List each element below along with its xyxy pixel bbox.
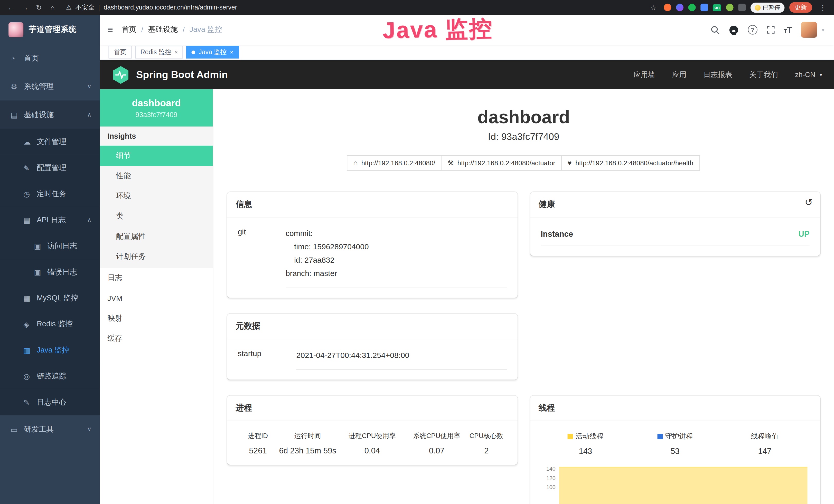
side-item-jvm[interactable]: JVM (100, 288, 213, 308)
hamburger-icon[interactable]: ≡ (107, 24, 113, 35)
browser-menu-icon[interactable]: ⋮ (817, 3, 829, 11)
side-item-config-props[interactable]: 配置属性 (100, 226, 213, 247)
viewport: ← → ↻ ⌂ ⚠ 不安全 | dashboard.yudao.iocoder.… (0, 0, 834, 504)
avatar-caret-icon[interactable]: ▾ (822, 27, 824, 33)
tab-bar: 首页 Redis 监控 × Java 监控 × (100, 45, 834, 60)
update-button[interactable]: 更新 (789, 2, 812, 13)
extension-color-icon[interactable] (676, 4, 683, 11)
health-row[interactable]: Instance UP (541, 227, 810, 247)
search-icon[interactable] (710, 25, 720, 34)
cards-grid: 信息 git commit: time: 1596289704000 id: 2… (213, 192, 834, 504)
home-icon: ⌂ (353, 159, 357, 167)
sidebar-item-home[interactable]: ◔ 首页 (0, 44, 100, 72)
fullscreen-icon[interactable] (766, 25, 775, 34)
help-icon[interactable]: ? (748, 25, 757, 35)
paused-badge[interactable]: 已暂停 (750, 2, 785, 12)
breadcrumb-current: Java 监控 (190, 25, 222, 35)
sidebar-item-tracing[interactable]: ◎ 链路追踪 (0, 363, 100, 389)
sidebar-item-api-logs[interactable]: ▤ API 日志 ∧ (0, 207, 100, 233)
breadcrumb-infrastructure[interactable]: 基础设施 (148, 25, 178, 35)
sba-nav-applications[interactable]: 应用 (672, 70, 686, 79)
chevron-down-icon[interactable]: ▾ (820, 72, 822, 78)
extension-puzzle-icon[interactable] (738, 4, 746, 11)
sidebar-item-java-monitor[interactable]: ▥ Java 监控 (0, 337, 100, 363)
metadata-card-title: 元数据 (227, 314, 517, 339)
sidebar-item-dev-tools[interactable]: ▭ 研发工具 ∨ (0, 415, 100, 443)
app-logo: 芋道管理系统 (0, 15, 100, 44)
sidebar-item-log-center[interactable]: ✎ 日志中心 (0, 389, 100, 415)
side-item-environment[interactable]: 环境 (100, 186, 213, 206)
legend-live-threads: 活动线程 143 (541, 432, 630, 456)
extension-on-badge[interactable]: on (713, 4, 721, 11)
sidebar-item-redis-monitor[interactable]: ◈ Redis 监控 (0, 311, 100, 337)
close-icon[interactable]: × (230, 49, 233, 55)
home-icon[interactable]: ⌂ (47, 3, 59, 11)
user-avatar[interactable] (801, 22, 817, 38)
bookmark-star-icon[interactable]: ☆ (648, 3, 659, 11)
chevron-down-icon: ∨ (87, 83, 91, 90)
reload-icon[interactable]: ↻ (33, 3, 45, 11)
service-url-link[interactable]: ⌂ http://192.168.0.2:48080/ (347, 155, 441, 171)
sba-nav-journal[interactable]: 日志报表 (704, 70, 732, 79)
tab-redis-monitor[interactable]: Redis 监控 × (135, 46, 183, 59)
sidebar-item-config-mgmt[interactable]: ✎ 配置管理 (0, 155, 100, 181)
extension-green-icon[interactable] (688, 4, 696, 11)
sba-brand[interactable]: Spring Boot Admin (136, 69, 228, 81)
sidebar-item-file-mgmt[interactable]: ☁ 文件管理 (0, 129, 100, 155)
tab-java-monitor[interactable]: Java 监控 × (186, 46, 239, 59)
side-item-classes[interactable]: 类 (100, 206, 213, 226)
sba-nav-wallboard[interactable]: 应用墙 (634, 70, 655, 79)
sidebar-item-infrastructure[interactable]: ▤ 基础设施 ∧ (0, 100, 100, 129)
redis-icon: ◈ (23, 320, 37, 328)
extension-leaf-icon[interactable] (726, 4, 733, 11)
extension-grid-icon[interactable] (701, 4, 708, 11)
gear-icon: ⚙ (10, 82, 24, 91)
sba-instance-sidebar: dashboard 93a3fc7f7409 Insights 细节 性能 环境… (100, 89, 213, 504)
side-item-details[interactable]: 细节 (100, 145, 213, 166)
threads-chart-plot (559, 465, 807, 504)
app-title: 芋道管理系统 (29, 24, 76, 35)
extension-fox-icon[interactable] (664, 4, 672, 11)
browser-toolbar: ← → ↻ ⌂ ⚠ 不安全 | dashboard.yudao.iocoder.… (0, 0, 834, 15)
sidebar-item-scheduled-jobs[interactable]: ◷ 定时任务 (0, 181, 100, 207)
github-icon[interactable] (728, 25, 739, 35)
instance-name: dashboard (132, 97, 181, 109)
legend-swatch-yellow (568, 434, 573, 439)
breadcrumb-home[interactable]: 首页 (122, 25, 136, 35)
instance-header[interactable]: dashboard 93a3fc7f7409 (100, 89, 213, 127)
metadata-key: startup (238, 349, 297, 370)
side-item-metrics[interactable]: 性能 (100, 166, 213, 186)
side-item-logs[interactable]: 日志 (100, 268, 213, 288)
instance-links: ⌂ http://192.168.0.2:48080/ ⚒ http://192… (213, 155, 834, 171)
back-icon[interactable]: ← (5, 3, 17, 11)
chevron-down-icon: ∨ (87, 426, 91, 433)
address-bar[interactable]: ⚠ 不安全 | dashboard.yudao.iocoder.cn/infra… (66, 3, 645, 12)
close-icon[interactable]: × (174, 49, 178, 55)
forward-icon[interactable]: → (19, 3, 31, 11)
actuator-url-link[interactable]: ⚒ http://192.168.0.2:48080/actuator (441, 155, 562, 171)
sidebar-item-error-logs[interactable]: ▣ 错误日志 (0, 259, 100, 285)
sba-nav-about[interactable]: 关于我们 (749, 70, 778, 79)
health-url-link[interactable]: ♥ http://192.168.0.2:48080/actuator/heal… (561, 155, 700, 171)
sidebar-item-mysql-monitor[interactable]: ▦ MySQL 监控 (0, 285, 100, 311)
tab-home[interactable]: 首页 (108, 46, 132, 59)
side-item-caches[interactable]: 缓存 (100, 329, 213, 349)
sba-nav-language[interactable]: zh-CN (795, 71, 815, 78)
legend-peak-threads: 线程峰值 147 (720, 432, 810, 456)
active-dot (192, 50, 195, 54)
side-item-scheduled-tasks[interactable]: 计划任务 (100, 247, 213, 267)
history-icon[interactable]: ↺ (805, 197, 813, 209)
side-item-mappings[interactable]: 映射 (100, 308, 213, 329)
metadata-card: 元数据 startup 2021-04-27T00:44:31.254+08:0… (227, 314, 517, 380)
browser-right-cluster: ☆ on 已暂停 更新 ⋮ (648, 2, 829, 13)
chevron-up-icon: ∧ (87, 111, 91, 118)
font-size-icon[interactable]: TT (784, 26, 792, 33)
logo-avatar (8, 22, 23, 37)
sidebar-item-access-logs[interactable]: ▣ 访问日志 (0, 233, 100, 259)
process-card: 进程 进程ID5261 运行时间6d 23h 15m 59s 进程CPU使用率0… (227, 396, 517, 465)
sidebar-item-system-mgmt[interactable]: ⚙ 系统管理 ∨ (0, 72, 100, 101)
main-pane: ≡ 首页 / 基础设施 / Java 监控 Java 监控 ? TT (100, 15, 834, 504)
cloud-icon: ☁ (23, 137, 37, 146)
insights-section: Insights 细节 性能 环境 类 配置属性 计划任务 (100, 127, 213, 268)
url-text[interactable]: dashboard.yudao.iocoder.cn/infra/admin-s… (104, 4, 237, 11)
